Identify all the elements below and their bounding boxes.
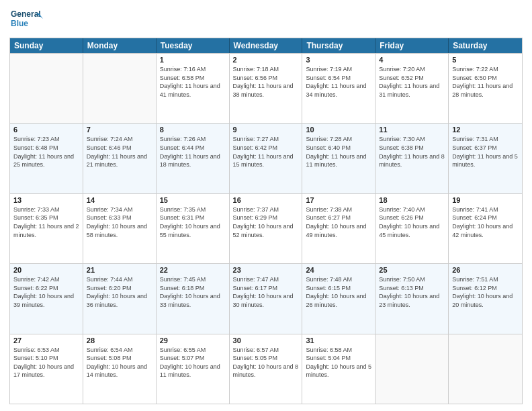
cell-sun-info: Sunrise: 7:23 AMSunset: 6:48 PMDaylight:… (13, 135, 79, 169)
calendar-day-cell: 12Sunrise: 7:31 AMSunset: 6:37 PMDayligh… (449, 124, 522, 193)
cal-header-cell: Tuesday (157, 38, 230, 53)
cell-date-number: 2 (233, 56, 299, 64)
cell-date-number: 8 (160, 126, 226, 134)
cell-sun-info: Sunrise: 7:51 AMSunset: 6:12 PMDaylight:… (452, 275, 519, 309)
cell-date-number: 31 (306, 336, 371, 345)
cell-sun-info: Sunrise: 6:53 AMSunset: 5:10 PMDaylight:… (13, 346, 79, 379)
calendar-header-row: SundayMondayTuesdayWednesdayThursdayFrid… (10, 38, 522, 53)
cell-date-number: 9 (233, 126, 299, 134)
cell-date-number: 23 (233, 266, 299, 274)
calendar-day-cell: 24Sunrise: 7:48 AMSunset: 6:15 PMDayligh… (302, 264, 375, 333)
calendar-row: 27Sunrise: 6:53 AMSunset: 5:10 PMDayligh… (10, 334, 522, 404)
calendar-day-cell: 22Sunrise: 7:45 AMSunset: 6:18 PMDayligh… (157, 264, 230, 333)
calendar-empty-cell (375, 334, 449, 404)
calendar-body: 1Sunrise: 7:16 AMSunset: 6:58 PMDaylight… (10, 53, 522, 404)
page: General Blue SundayMondayTuesdayWednesda… (0, 0, 532, 411)
cell-date-number: 26 (452, 266, 519, 274)
calendar-day-cell: 16Sunrise: 7:37 AMSunset: 6:29 PMDayligh… (230, 194, 303, 263)
cell-sun-info: Sunrise: 7:19 AMSunset: 6:54 PMDaylight:… (306, 65, 371, 99)
cell-date-number: 6 (13, 126, 79, 134)
cell-date-number: 24 (306, 266, 371, 274)
calendar-day-cell: 3Sunrise: 7:19 AMSunset: 6:54 PMDaylight… (302, 54, 375, 123)
logo-svg: General Blue (9, 7, 43, 32)
cell-date-number: 22 (160, 266, 226, 274)
cell-sun-info: Sunrise: 7:20 AMSunset: 6:52 PMDaylight:… (379, 65, 445, 99)
cell-date-number: 16 (233, 196, 299, 204)
calendar-empty-cell (449, 334, 522, 404)
calendar-day-cell: 11Sunrise: 7:30 AMSunset: 6:38 PMDayligh… (375, 124, 449, 193)
cell-sun-info: Sunrise: 7:42 AMSunset: 6:22 PMDaylight:… (13, 275, 79, 309)
cell-date-number: 7 (87, 126, 152, 134)
cell-sun-info: Sunrise: 7:30 AMSunset: 6:38 PMDaylight:… (379, 135, 445, 169)
calendar-day-cell: 10Sunrise: 7:28 AMSunset: 6:40 PMDayligh… (302, 124, 375, 193)
cell-sun-info: Sunrise: 7:16 AMSunset: 6:58 PMDaylight:… (160, 65, 226, 99)
calendar-day-cell: 15Sunrise: 7:35 AMSunset: 6:31 PMDayligh… (157, 194, 230, 263)
cell-date-number: 19 (452, 196, 519, 204)
cell-sun-info: Sunrise: 6:58 AMSunset: 5:04 PMDaylight:… (306, 346, 371, 379)
cell-sun-info: Sunrise: 7:40 AMSunset: 6:26 PMDaylight:… (379, 205, 445, 239)
cell-sun-info: Sunrise: 7:31 AMSunset: 6:37 PMDaylight:… (452, 135, 519, 169)
cell-sun-info: Sunrise: 7:38 AMSunset: 6:27 PMDaylight:… (306, 205, 371, 239)
logo: General Blue (9, 7, 43, 32)
cell-date-number: 10 (306, 126, 371, 134)
cal-header-cell: Friday (375, 38, 449, 53)
calendar-row: 13Sunrise: 7:33 AMSunset: 6:35 PMDayligh… (10, 193, 522, 263)
calendar-empty-cell (83, 54, 157, 123)
cell-sun-info: Sunrise: 7:37 AMSunset: 6:29 PMDaylight:… (233, 205, 299, 239)
cell-sun-info: Sunrise: 7:35 AMSunset: 6:31 PMDaylight:… (160, 205, 226, 239)
cell-sun-info: Sunrise: 7:48 AMSunset: 6:15 PMDaylight:… (306, 275, 371, 309)
calendar-day-cell: 23Sunrise: 7:47 AMSunset: 6:17 PMDayligh… (230, 264, 303, 333)
calendar-day-cell: 6Sunrise: 7:23 AMSunset: 6:48 PMDaylight… (10, 124, 83, 193)
cell-date-number: 20 (13, 266, 79, 274)
cell-sun-info: Sunrise: 7:22 AMSunset: 6:50 PMDaylight:… (452, 65, 519, 99)
calendar-day-cell: 9Sunrise: 7:27 AMSunset: 6:42 PMDaylight… (230, 124, 303, 193)
cell-sun-info: Sunrise: 7:44 AMSunset: 6:20 PMDaylight:… (87, 275, 152, 309)
calendar-day-cell: 17Sunrise: 7:38 AMSunset: 6:27 PMDayligh… (302, 194, 375, 263)
calendar-empty-cell (10, 54, 83, 123)
cell-sun-info: Sunrise: 7:24 AMSunset: 6:46 PMDaylight:… (87, 135, 152, 169)
calendar-day-cell: 7Sunrise: 7:24 AMSunset: 6:46 PMDaylight… (83, 124, 157, 193)
cell-sun-info: Sunrise: 6:54 AMSunset: 5:08 PMDaylight:… (87, 346, 152, 379)
calendar-day-cell: 30Sunrise: 6:57 AMSunset: 5:05 PMDayligh… (230, 334, 303, 404)
cell-sun-info: Sunrise: 7:26 AMSunset: 6:44 PMDaylight:… (160, 135, 226, 169)
calendar-day-cell: 5Sunrise: 7:22 AMSunset: 6:50 PMDaylight… (449, 54, 522, 123)
cell-date-number: 30 (233, 336, 299, 345)
cell-date-number: 15 (160, 196, 226, 204)
cell-date-number: 25 (379, 266, 445, 274)
cell-sun-info: Sunrise: 7:47 AMSunset: 6:17 PMDaylight:… (233, 275, 299, 309)
cell-date-number: 12 (452, 126, 519, 134)
cell-sun-info: Sunrise: 7:34 AMSunset: 6:33 PMDaylight:… (87, 205, 152, 239)
cell-sun-info: Sunrise: 7:50 AMSunset: 6:13 PMDaylight:… (379, 275, 445, 309)
calendar-day-cell: 19Sunrise: 7:41 AMSunset: 6:24 PMDayligh… (449, 194, 522, 263)
cell-sun-info: Sunrise: 7:28 AMSunset: 6:40 PMDaylight:… (306, 135, 371, 169)
svg-text:General: General (11, 9, 41, 19)
calendar-row: 20Sunrise: 7:42 AMSunset: 6:22 PMDayligh… (10, 263, 522, 333)
calendar: SundayMondayTuesdayWednesdayThursdayFrid… (9, 38, 523, 404)
calendar-day-cell: 29Sunrise: 6:55 AMSunset: 5:07 PMDayligh… (157, 334, 230, 404)
cal-header-cell: Saturday (449, 38, 522, 53)
cell-date-number: 5 (452, 56, 519, 64)
calendar-row: 1Sunrise: 7:16 AMSunset: 6:58 PMDaylight… (10, 53, 522, 123)
cell-sun-info: Sunrise: 6:55 AMSunset: 5:07 PMDaylight:… (160, 346, 226, 379)
cell-sun-info: Sunrise: 7:41 AMSunset: 6:24 PMDaylight:… (452, 205, 519, 239)
cell-sun-info: Sunrise: 7:27 AMSunset: 6:42 PMDaylight:… (233, 135, 299, 169)
calendar-day-cell: 8Sunrise: 7:26 AMSunset: 6:44 PMDaylight… (157, 124, 230, 193)
calendar-day-cell: 1Sunrise: 7:16 AMSunset: 6:58 PMDaylight… (157, 54, 230, 123)
calendar-day-cell: 26Sunrise: 7:51 AMSunset: 6:12 PMDayligh… (449, 264, 522, 333)
header: General Blue (9, 7, 523, 32)
cell-sun-info: Sunrise: 6:57 AMSunset: 5:05 PMDaylight:… (233, 346, 299, 379)
cal-header-cell: Wednesday (230, 38, 303, 53)
calendar-day-cell: 18Sunrise: 7:40 AMSunset: 6:26 PMDayligh… (375, 194, 449, 263)
cell-date-number: 3 (306, 56, 371, 64)
cell-date-number: 27 (13, 336, 79, 345)
calendar-row: 6Sunrise: 7:23 AMSunset: 6:48 PMDaylight… (10, 123, 522, 193)
cal-header-cell: Monday (83, 38, 157, 53)
cal-header-cell: Sunday (10, 38, 83, 53)
calendar-day-cell: 27Sunrise: 6:53 AMSunset: 5:10 PMDayligh… (10, 334, 83, 404)
cell-date-number: 1 (160, 56, 226, 64)
cell-date-number: 4 (379, 56, 445, 64)
calendar-day-cell: 28Sunrise: 6:54 AMSunset: 5:08 PMDayligh… (83, 334, 157, 404)
cell-date-number: 28 (87, 336, 152, 345)
calendar-day-cell: 21Sunrise: 7:44 AMSunset: 6:20 PMDayligh… (83, 264, 157, 333)
calendar-day-cell: 14Sunrise: 7:34 AMSunset: 6:33 PMDayligh… (83, 194, 157, 263)
